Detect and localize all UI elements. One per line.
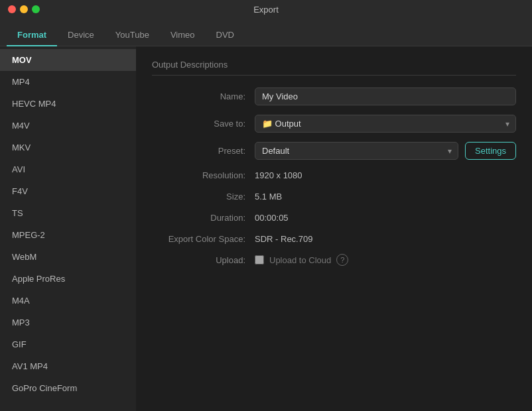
size-label: Size:	[152, 192, 255, 202]
sidebar-item-mp3[interactable]: MP3	[0, 312, 136, 333]
form-rows: Name: Save to: 📁 Output Preset	[152, 88, 516, 398]
sidebar-item-mov[interactable]: MOV	[0, 49, 136, 71]
preset-select-wrap: Default	[255, 142, 458, 160]
minimize-button[interactable]	[20, 5, 28, 13]
duration-row: Duration: 00:00:05	[152, 211, 516, 223]
sidebar-item-avi[interactable]: AVI	[0, 158, 136, 180]
color-space-control: SDR - Rec.709	[255, 233, 516, 245]
duration-label: Duration:	[152, 213, 255, 223]
sidebar-item-gif[interactable]: GIF	[0, 333, 136, 355]
name-row: Name:	[152, 88, 516, 105]
save-to-control: 📁 Output	[255, 115, 516, 133]
resolution-row: Resolution: 1920 x 1080	[152, 169, 516, 181]
tab-dvd[interactable]: DVD	[206, 25, 245, 46]
preset-inner-row: Default Settings	[255, 142, 516, 160]
tab-vimeo[interactable]: Vimeo	[160, 25, 206, 46]
sidebar-item-gopro-cineform[interactable]: GoPro CineForm	[0, 377, 136, 399]
traffic-lights	[8, 5, 40, 13]
titlebar: Export	[0, 0, 532, 19]
save-to-row: Save to: 📁 Output	[152, 115, 516, 133]
name-label: Name:	[152, 91, 255, 101]
sidebar-item-webm[interactable]: WebM	[0, 246, 136, 268]
color-space-value: SDR - Rec.709	[255, 234, 312, 244]
format-sidebar: MOV MP4 HEVC MP4 M4V MKV AVI F4V TS MPEG…	[0, 46, 136, 411]
sidebar-item-f4v[interactable]: F4V	[0, 180, 136, 202]
sidebar-item-ts[interactable]: TS	[0, 202, 136, 224]
size-row: Size: 5.1 MB	[152, 190, 516, 202]
size-value: 5.1 MB	[255, 192, 282, 202]
upload-label: Upload:	[152, 255, 255, 265]
duration-value: 00:00:05	[255, 213, 289, 223]
duration-control: 00:00:05	[255, 211, 516, 223]
save-to-select[interactable]: 📁 Output	[255, 115, 516, 133]
upload-help-icon[interactable]: ?	[336, 254, 348, 266]
content-area: Output Descriptions Name: Save to: 📁 Out…	[136, 46, 532, 411]
sidebar-item-apple-prores[interactable]: Apple ProRes	[0, 268, 136, 290]
upload-inner-row: Upload to Cloud ?	[255, 254, 516, 266]
name-control	[255, 88, 516, 105]
upload-row: Upload: Upload to Cloud ?	[152, 254, 516, 266]
upload-control: Upload to Cloud ?	[255, 254, 516, 266]
sidebar-item-m4a[interactable]: M4A	[0, 290, 136, 312]
tab-youtube[interactable]: YouTube	[105, 25, 160, 46]
size-control: 5.1 MB	[255, 190, 516, 202]
resolution-value: 1920 x 1080	[255, 170, 302, 180]
preset-control: Default Settings	[255, 142, 516, 160]
save-to-select-wrap: 📁 Output	[255, 115, 516, 133]
resolution-control: 1920 x 1080	[255, 169, 516, 181]
color-space-row: Export Color Space: SDR - Rec.709	[152, 233, 516, 245]
sidebar-item-av1-mp4[interactable]: AV1 MP4	[0, 355, 136, 377]
tab-device[interactable]: Device	[57, 25, 105, 46]
upload-checkbox[interactable]	[255, 255, 264, 264]
sidebar-item-hevc-mp4[interactable]: HEVC MP4	[0, 93, 136, 115]
window-title: Export	[253, 5, 279, 15]
settings-button[interactable]: Settings	[465, 142, 516, 160]
save-to-label: Save to:	[152, 119, 255, 129]
sidebar-item-m4v[interactable]: M4V	[0, 115, 136, 137]
tabs-bar: Format Device YouTube Vimeo DVD	[0, 19, 532, 46]
resolution-label: Resolution:	[152, 170, 255, 180]
preset-label: Preset:	[152, 146, 255, 156]
sidebar-item-mpeg2[interactable]: MPEG-2	[0, 224, 136, 246]
maximize-button[interactable]	[32, 5, 40, 13]
sidebar-item-mkv[interactable]: MKV	[0, 137, 136, 158]
preset-row: Preset: Default Settings	[152, 142, 516, 160]
preset-select[interactable]: Default	[255, 142, 458, 160]
sidebar-item-mp4[interactable]: MP4	[0, 71, 136, 93]
color-space-label: Export Color Space:	[152, 234, 255, 244]
close-button[interactable]	[8, 5, 16, 13]
tab-format[interactable]: Format	[7, 25, 57, 46]
section-title: Output Descriptions	[152, 60, 516, 76]
main-layout: MOV MP4 HEVC MP4 M4V MKV AVI F4V TS MPEG…	[0, 46, 532, 411]
name-input[interactable]	[255, 88, 516, 105]
upload-to-cloud-label: Upload to Cloud	[269, 255, 331, 265]
